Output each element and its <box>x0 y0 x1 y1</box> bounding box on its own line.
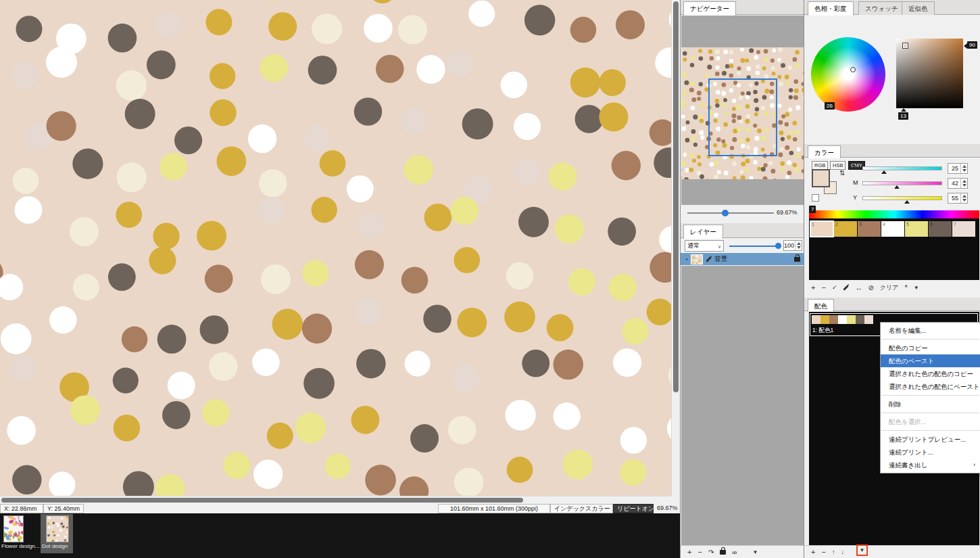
menu-item[interactable]: 選択された色の配色にペースト <box>881 380 980 393</box>
menu-item[interactable]: 連続プリント... <box>881 446 980 459</box>
menu-separator <box>881 339 979 340</box>
palette-swatch-4[interactable]: 4 <box>881 221 904 237</box>
slider-value-spinbox[interactable]: 25 <box>948 163 968 174</box>
edit-color-pencil-icon[interactable] <box>843 285 849 290</box>
add-color-icon[interactable]: + <box>811 283 815 292</box>
layer-visibility-icon[interactable]: ◔ <box>684 256 688 263</box>
menu-item[interactable]: 名前を編集... <box>881 324 980 337</box>
slider-value-spinbox[interactable]: 42 <box>948 178 968 189</box>
menu-item[interactable]: 配色のペースト <box>881 354 980 367</box>
navigator-zoom-slider-thumb[interactable] <box>722 210 729 216</box>
document-thumbnail-dot[interactable] <box>46 515 69 542</box>
palette-menu-icon[interactable]: ▼ <box>914 285 919 291</box>
scheme-mini-swatches <box>812 315 873 324</box>
blend-mode-select[interactable]: 通常∨ <box>685 240 724 252</box>
menu-item[interactable]: 連続プリントプレビュー... <box>881 433 980 446</box>
vertical-scrollbar[interactable] <box>671 0 680 496</box>
lock-layer-icon[interactable] <box>720 550 726 555</box>
settings-asterisk-icon[interactable]: * <box>904 283 907 292</box>
tab-navigator[interactable]: ナビゲーター <box>683 1 736 16</box>
remove-scheme-icon[interactable]: − <box>821 548 825 556</box>
scheme-mini-swatch <box>856 315 864 324</box>
layer-opacity-spinbox[interactable]: 100 <box>783 240 802 251</box>
layer-row-background[interactable]: ◔ 背景 <box>681 253 804 265</box>
transparent-color-button[interactable] <box>812 194 819 202</box>
layer-thumbnail[interactable] <box>691 254 703 264</box>
slider-marker[interactable] <box>894 185 900 189</box>
delete-layer-icon[interactable]: − <box>697 548 702 556</box>
spinner-arrows[interactable] <box>795 241 802 250</box>
apply-check-icon[interactable]: ✓ <box>832 284 837 291</box>
scheme-toolbar: + − ↑ ↓ <box>804 545 980 558</box>
color-mode-hsb-button[interactable]: HSB <box>830 161 846 170</box>
scheme-menu-icon-highlighted[interactable]: ▼ <box>856 544 868 556</box>
swatch-number: 2 <box>835 222 838 227</box>
disable-icon[interactable]: ⊘ <box>868 284 873 292</box>
layer-lock-icon[interactable] <box>794 257 800 262</box>
saturation-value-square[interactable] <box>896 39 963 108</box>
scheme-mini-swatch <box>812 315 820 324</box>
slider-value-spinbox[interactable]: 55 <box>948 193 968 204</box>
vertical-scrollbar-thumb[interactable] <box>673 1 679 392</box>
spinner-arrows[interactable] <box>960 179 967 188</box>
slider-track[interactable] <box>862 181 942 185</box>
foreground-color-swatch[interactable] <box>812 169 830 187</box>
tab-swatch[interactable]: スウォッチ <box>858 1 905 15</box>
document-label[interactable]: Dot design <box>42 543 68 549</box>
spinner-arrows[interactable] <box>960 193 967 203</box>
remove-color-icon[interactable]: − <box>821 283 825 292</box>
hue-bar[interactable] <box>809 210 979 218</box>
tab-similar-colors[interactable]: 近似色 <box>902 1 935 15</box>
tab-scheme[interactable]: 配色 <box>808 299 834 312</box>
navigator-panel: ナビゲーター 69.67% レイヤー 通常∨ 100 ◔ 背景 + − ↷ ∞ … <box>680 0 804 558</box>
palette-swatch-1[interactable]: 1 <box>810 221 833 237</box>
menu-item[interactable]: 削除 <box>881 398 980 411</box>
slider-row-y: Y55 <box>853 193 978 205</box>
spinner-arrows[interactable] <box>960 164 967 173</box>
swap-arrows-icon[interactable]: ↔ <box>855 284 862 292</box>
slider-marker[interactable] <box>881 170 887 174</box>
menu-item[interactable]: 連続書き出し› <box>881 459 980 471</box>
navigator-view-rect[interactable] <box>708 78 777 156</box>
palette-swatch-6[interactable]: 6 <box>929 221 952 237</box>
document-label[interactable]: Flower design... <box>1 543 39 549</box>
sv-marker[interactable] <box>903 43 908 48</box>
document-thumbnail-flower[interactable] <box>3 515 24 542</box>
color-mode-button[interactable]: インデックスカラー <box>550 504 613 513</box>
slider-track[interactable] <box>862 166 942 170</box>
document-canvas[interactable] <box>0 0 671 496</box>
horizontal-scrollbar-thumb[interactable] <box>1 498 523 503</box>
tab-hue-saturation[interactable]: 色相・彩度 <box>808 1 854 16</box>
link-layer-icon[interactable]: ∞ <box>732 549 737 556</box>
menu-item[interactable]: 配色のコピー <box>881 342 980 354</box>
cursor-x-readout: X: 22.86mm <box>0 504 43 513</box>
navigator-zoom-slider[interactable] <box>687 212 774 214</box>
move-up-icon[interactable]: ↑ <box>832 549 835 555</box>
slider-track[interactable] <box>862 196 942 200</box>
slider-marker[interactable] <box>904 200 910 204</box>
swap-colors-icon[interactable]: ⇄ <box>839 170 846 175</box>
palette-toolbar: + − ✓ ↔ ⊘ クリア * ▼ <box>804 280 980 295</box>
palette-swatch-3[interactable]: 3 <box>858 221 881 237</box>
move-down-icon[interactable]: ↓ <box>841 549 844 555</box>
menu-item[interactable]: 選択された色の配色のコピー <box>881 367 980 380</box>
layer-opacity-slider[interactable] <box>729 246 779 247</box>
palette-swatch-5[interactable]: 5 <box>905 221 928 237</box>
add-layer-icon[interactable]: + <box>687 548 691 556</box>
layer-name[interactable]: 背景 <box>714 255 727 264</box>
layer-opacity-slider-thumb[interactable] <box>775 243 781 249</box>
palette-swatch-2[interactable]: 2 <box>834 221 857 237</box>
add-scheme-icon[interactable]: + <box>811 548 815 556</box>
layer-menu-icon[interactable]: ▼ <box>752 549 758 555</box>
palette-swatch-7[interactable]: 7 <box>952 221 975 237</box>
scheme-mini-swatch <box>820 315 829 324</box>
hue-wheel[interactable] <box>811 37 885 112</box>
repeat-toggle-button[interactable]: リピートオン <box>613 504 654 513</box>
transform-icon[interactable]: ↷ <box>708 549 714 556</box>
horizontal-scrollbar[interactable] <box>0 496 671 504</box>
sv-right-badge: 90 <box>967 41 977 49</box>
hue-wheel-marker[interactable] <box>850 67 856 72</box>
clear-button[interactable]: クリア <box>880 283 899 292</box>
tab-color[interactable]: カラー <box>808 145 841 158</box>
tab-layer[interactable]: レイヤー <box>683 225 723 239</box>
